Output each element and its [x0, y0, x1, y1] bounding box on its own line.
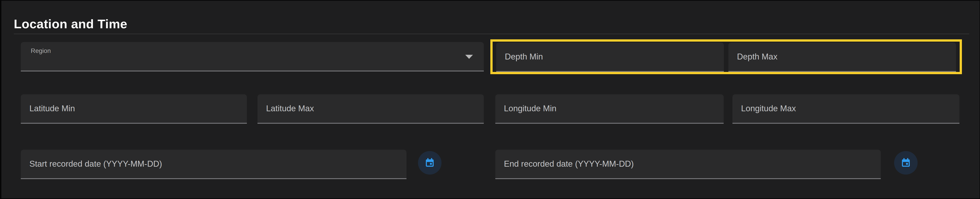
depth-max-field-container	[729, 43, 956, 72]
latitude-min-input[interactable]	[21, 94, 247, 123]
longitude-max-field-container	[732, 94, 959, 124]
depth-min-field-container	[496, 43, 724, 72]
calendar-icon	[425, 158, 435, 168]
chevron-down-icon	[465, 55, 473, 59]
page-title: Location and Time	[14, 16, 127, 31]
latitude-max-field-container	[258, 94, 484, 124]
end-date-input[interactable]	[495, 150, 881, 178]
latitude-max-input[interactable]	[258, 94, 484, 123]
longitude-min-input[interactable]	[495, 94, 724, 123]
section-divider	[14, 34, 969, 34]
calendar-icon	[900, 158, 911, 168]
depth-max-input[interactable]	[729, 43, 956, 71]
latitude-min-field-container	[21, 94, 247, 124]
end-date-field-container	[495, 150, 881, 179]
longitude-max-input[interactable]	[732, 94, 959, 123]
depth-min-input[interactable]	[496, 43, 724, 71]
region-label: Region	[31, 47, 51, 54]
start-date-field-container	[21, 150, 406, 179]
depth-highlight-box	[490, 39, 962, 74]
longitude-min-field-container	[495, 94, 724, 124]
start-date-picker-button[interactable]	[418, 151, 442, 175]
region-select[interactable]: Region	[21, 42, 484, 72]
end-date-picker-button[interactable]	[894, 151, 918, 175]
start-date-input[interactable]	[21, 150, 406, 178]
